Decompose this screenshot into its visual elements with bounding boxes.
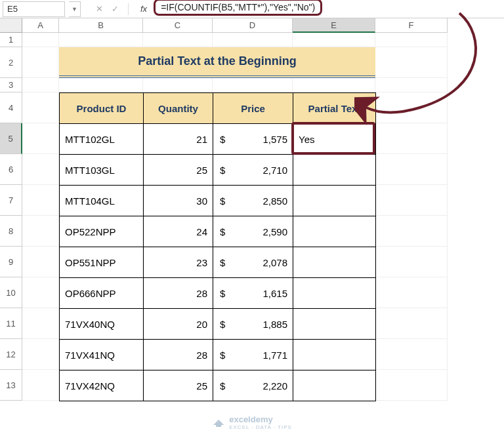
cell-partial[interactable] xyxy=(293,247,376,278)
name-box-dropdown[interactable]: ▼ xyxy=(69,1,81,17)
cell-price[interactable]: $2,710 xyxy=(213,155,293,186)
cell-quantity[interactable]: 20 xyxy=(144,309,213,340)
table-row[interactable]: MTT102GL 21 $1,575 Yes xyxy=(60,124,376,155)
watermark: exceldemy EXCEL · DATA · TIPS xyxy=(212,414,292,430)
row-header[interactable]: 6 xyxy=(0,154,22,185)
row-header[interactable]: 9 xyxy=(0,247,22,277)
table-row[interactable]: 71VX41NQ 28 $1,771 xyxy=(60,340,376,371)
worksheet-grid: 1 2 3 4 5 6 7 8 9 10 11 12 13 A B C D E … xyxy=(0,18,504,442)
row-header[interactable]: 10 xyxy=(0,277,22,308)
cell-quantity[interactable]: 28 xyxy=(144,340,213,371)
cell-quantity[interactable]: 28 xyxy=(144,278,213,309)
data-table: Product ID Quantity Price Partial Text M… xyxy=(59,92,376,401)
cell-quantity[interactable]: 23 xyxy=(144,247,213,278)
formula-input[interactable]: =IF(COUNTIF(B5,"MTT*"),"Yes","No") xyxy=(154,1,504,17)
table-row[interactable]: OP666NPP 28 $1,615 xyxy=(60,278,376,309)
cell-price[interactable]: $2,850 xyxy=(213,186,293,216)
row-header[interactable]: 11 xyxy=(0,308,22,339)
col-header[interactable]: E xyxy=(293,18,375,33)
table-header-row: Product ID Quantity Price Partial Text xyxy=(60,93,376,124)
row-header[interactable]: 4 xyxy=(0,92,22,123)
cell-partial[interactable] xyxy=(293,371,376,401)
cell-product-id[interactable]: OP551NPP xyxy=(60,247,144,278)
cell-quantity[interactable]: 24 xyxy=(144,216,213,247)
row-header[interactable]: 1 xyxy=(0,33,22,47)
cell-quantity[interactable]: 25 xyxy=(144,371,213,401)
cell-product-id[interactable]: 71VX42NQ xyxy=(60,371,144,401)
cell-partial[interactable] xyxy=(293,340,376,371)
watermark-logo-icon xyxy=(212,416,225,429)
name-box[interactable]: E5 xyxy=(3,1,65,17)
row-header[interactable]: 7 xyxy=(0,185,22,216)
cell-product-id[interactable]: MTT102GL xyxy=(60,124,144,155)
cell-price[interactable]: $2,220 xyxy=(213,371,293,401)
cell-partial[interactable] xyxy=(293,155,376,186)
cell-partial[interactable] xyxy=(293,278,376,309)
col-header[interactable]: C xyxy=(143,18,213,33)
row-header[interactable]: 12 xyxy=(0,339,22,370)
cell-partial[interactable] xyxy=(293,309,376,340)
cell-quantity[interactable]: 21 xyxy=(144,124,213,155)
header-partial-text: Partial Text xyxy=(293,93,376,124)
cell-price[interactable]: $1,885 xyxy=(213,309,293,340)
separator xyxy=(128,3,129,15)
row-header[interactable]: 8 xyxy=(0,216,22,247)
cell-product-id[interactable]: MTT104GL xyxy=(60,186,144,216)
cell-product-id[interactable]: 71VX40NQ xyxy=(60,309,144,340)
table-title: Partial Text at the Beginning xyxy=(59,47,375,78)
header-quantity: Quantity xyxy=(144,93,213,124)
fx-icon[interactable]: fx xyxy=(140,4,147,14)
cell-quantity[interactable]: 30 xyxy=(144,186,213,216)
cell-price[interactable]: $1,771 xyxy=(213,340,293,371)
table-row[interactable]: 71VX40NQ 20 $1,885 xyxy=(60,309,376,340)
cell-price[interactable]: $2,078 xyxy=(213,247,293,278)
cell-product-id[interactable]: 71VX41NQ xyxy=(60,340,144,371)
row-header[interactable]: 2 xyxy=(0,47,22,78)
watermark-brand: exceldemy xyxy=(229,414,273,424)
cell-quantity[interactable]: 25 xyxy=(144,155,213,186)
cell-partial[interactable]: Yes xyxy=(293,124,376,155)
row-header[interactable]: 5 xyxy=(0,123,22,154)
col-header[interactable]: F xyxy=(375,18,448,33)
cell-price[interactable]: $1,615 xyxy=(213,278,293,309)
table-row[interactable]: MTT103GL 25 $2,710 xyxy=(60,155,376,186)
table-row[interactable]: OP551NPP 23 $2,078 xyxy=(60,247,376,278)
table-row[interactable]: 71VX42NQ 25 $2,220 xyxy=(60,371,376,401)
col-header[interactable]: B xyxy=(59,18,143,33)
cell-partial[interactable] xyxy=(293,186,376,216)
cell-partial[interactable] xyxy=(293,216,376,247)
table-row[interactable]: MTT104GL 30 $2,850 xyxy=(60,186,376,216)
select-all-corner[interactable] xyxy=(0,18,22,33)
row-header[interactable]: 3 xyxy=(0,78,22,92)
cell-product-id[interactable]: OP522NPP xyxy=(60,216,144,247)
row-header[interactable]: 13 xyxy=(0,370,22,401)
table-row[interactable]: OP522NPP 24 $2,590 xyxy=(60,216,376,247)
header-price: Price xyxy=(213,93,293,124)
watermark-tag: EXCEL · DATA · TIPS xyxy=(229,424,292,430)
cell-price[interactable]: $2,590 xyxy=(213,216,293,247)
confirm-icon[interactable]: ✓ xyxy=(110,4,120,14)
col-header[interactable]: D xyxy=(213,18,293,33)
formula-text: =IF(COUNTIF(B5,"MTT*"),"Yes","No") xyxy=(154,0,322,16)
header-product-id: Product ID xyxy=(60,93,144,124)
cell-price[interactable]: $1,575 xyxy=(213,124,293,155)
col-header[interactable]: A xyxy=(22,18,59,33)
cell-product-id[interactable]: OP666NPP xyxy=(60,278,144,309)
svg-rect-0 xyxy=(216,425,221,427)
cancel-icon[interactable]: ✕ xyxy=(94,4,104,14)
cell-product-id[interactable]: MTT103GL xyxy=(60,155,144,186)
formula-bar: E5 ▼ ✕ ✓ fx =IF(COUNTIF(B5,"MTT*"),"Yes"… xyxy=(0,0,504,18)
